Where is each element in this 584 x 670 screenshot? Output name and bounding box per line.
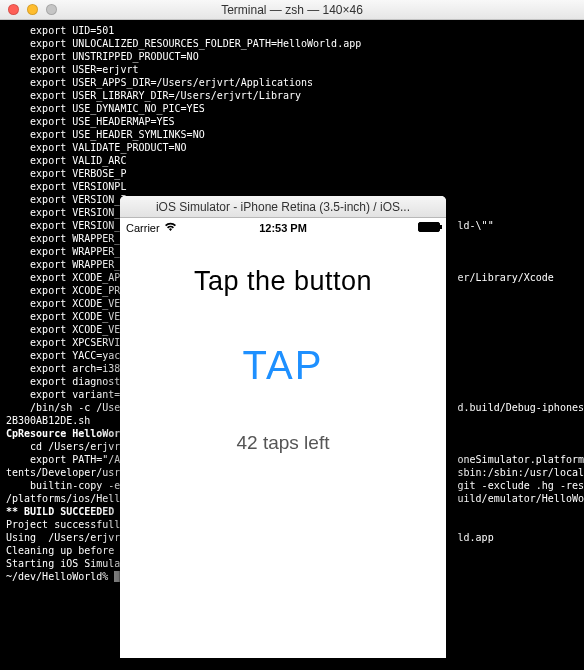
tap-button[interactable]: TAP <box>243 343 324 388</box>
clock-label: 12:53 PM <box>120 222 446 234</box>
taps-left-label: 42 taps left <box>120 432 446 454</box>
terminal-titlebar: Terminal — zsh — 140×46 <box>0 0 584 20</box>
battery-icon <box>418 222 440 232</box>
app-heading: Tap the button <box>120 266 446 297</box>
simulator-title[interactable]: iOS Simulator - iPhone Retina (3.5-inch)… <box>120 196 446 218</box>
status-bar: Carrier 12:53 PM <box>120 218 446 238</box>
simulator-screen[interactable]: Carrier 12:53 PM Tap the button TAP 42 t… <box>120 218 446 658</box>
terminal-title: Terminal — zsh — 140×46 <box>0 3 584 17</box>
app-content: Tap the button TAP 42 taps left <box>120 238 446 454</box>
ios-simulator-window[interactable]: iOS Simulator - iPhone Retina (3.5-inch)… <box>120 196 446 658</box>
